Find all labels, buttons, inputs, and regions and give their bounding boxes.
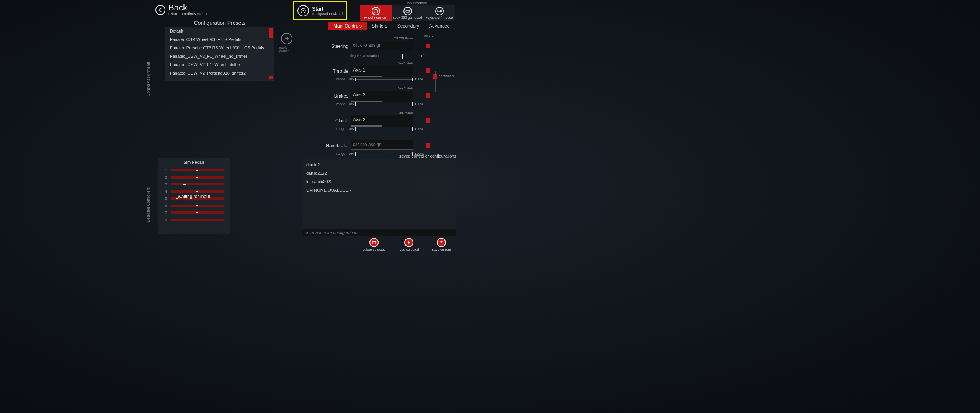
- axis-bar-4: [171, 190, 224, 193]
- presets-title: Configuration Presets: [160, 20, 279, 26]
- clutch-range-min: 0%: [349, 127, 354, 131]
- brakes-range-slider[interactable]: [355, 104, 413, 104]
- apply-arrow-icon: [281, 33, 292, 44]
- method-kbm-label: keyboard / mouse: [426, 16, 453, 20]
- saved-configs-title: saved controller configurations: [399, 154, 456, 158]
- load-label: load selected: [399, 248, 419, 252]
- axis-bar-2: [171, 176, 224, 179]
- main-controls-panel: invert TS-XW Racer Steering click to ass…: [319, 32, 456, 137]
- throttle-range-label: range: [336, 77, 345, 81]
- preset-item[interactable]: Default: [165, 27, 274, 35]
- back-subtitle: return to options menu: [168, 12, 207, 16]
- clutch-label: Clutch: [319, 118, 348, 124]
- throttle-range-max: 100%: [415, 77, 423, 81]
- svg-rect-6: [373, 241, 375, 244]
- preset-item[interactable]: Fanatec Porsche GT3 RS Wheel 900 + CS Pe…: [165, 44, 274, 52]
- steering-assign[interactable]: click to assign: [351, 41, 413, 50]
- deg-rotation-slider[interactable]: [381, 56, 415, 56]
- clutch-assign[interactable]: Axis 2: [351, 115, 413, 127]
- axis-bar-7: [171, 211, 224, 214]
- wizard-wheel-icon: [297, 5, 309, 16]
- throttle-range-min: 0%: [349, 77, 354, 81]
- clutch-range-label: range: [336, 127, 345, 131]
- svg-rect-3: [406, 10, 410, 12]
- clutch-device: Sim Pedals: [351, 111, 413, 115]
- control-assignments-label: Control Assignments: [146, 61, 150, 96]
- wheel-icon: [372, 7, 380, 15]
- deg-rotation-value: 900°: [417, 54, 425, 58]
- save-current-button[interactable]: save current: [432, 238, 451, 252]
- brakes-range-min: 0%: [349, 102, 354, 106]
- preset-item[interactable]: Fanatec_CSW_V2_F1_Wheel_shifter: [165, 60, 274, 69]
- saved-config-item[interactable]: UM NOME QUALQUER: [302, 186, 456, 194]
- handbrake-assign[interactable]: click to assign: [351, 140, 413, 150]
- brakes-range-label: range: [336, 102, 345, 106]
- control-tabs: Main Controls Shifters Secondary Advance…: [328, 22, 454, 30]
- save-icon: [437, 238, 446, 247]
- steering-label: Steering: [319, 44, 348, 49]
- throttle-device: Sim Pedals: [351, 62, 413, 65]
- apply-preset-button[interactable]: apply preset: [279, 33, 294, 53]
- apply-preset-label: apply preset: [279, 46, 294, 53]
- saved-configs-panel: danilo2 danilo2022 lut danilo2022 UM NOM…: [302, 159, 456, 229]
- start-wizard-button[interactable]: Start configuration wizard: [293, 1, 347, 20]
- handbrake-label: Handbrake: [319, 143, 348, 148]
- throttle-label: Throttle: [319, 68, 348, 74]
- tab-secondary[interactable]: Secondary: [392, 22, 424, 30]
- combined-label: combined: [439, 74, 454, 78]
- clutch-value: Axis 2: [351, 115, 413, 124]
- back-arrow-icon: [155, 5, 165, 15]
- axis-bar-5: [171, 197, 224, 200]
- delete-icon: [369, 238, 379, 247]
- throttle-invert-checkbox[interactable]: [426, 68, 430, 73]
- axis-bar-6: [171, 205, 224, 207]
- clutch-range-slider[interactable]: [355, 129, 413, 129]
- back-title: Back: [168, 3, 207, 12]
- preset-scrollbar-end[interactable]: [270, 76, 273, 79]
- input-method-wheel[interactable]: wheel / custom: [360, 5, 392, 21]
- preset-item[interactable]: Fanatec_CSW_V2_F1_Wheel_no_shifter: [165, 52, 274, 60]
- svg-point-5: [440, 10, 441, 12]
- preset-item[interactable]: Fanatec_CSW_V2_Porsche918_shifter2: [165, 69, 274, 77]
- gamepad-icon: [403, 7, 412, 15]
- saved-config-item[interactable]: danilo2022: [302, 169, 456, 177]
- clutch-invert-checkbox[interactable]: [426, 118, 430, 123]
- tab-shifters[interactable]: Shifters: [367, 22, 392, 30]
- brakes-invert-checkbox[interactable]: [426, 93, 430, 98]
- kbm-icon: [435, 7, 444, 15]
- brakes-device: Sim Pedals: [351, 86, 413, 90]
- deg-rotation-label: degrees of rotation: [336, 54, 379, 58]
- delete-selected-button[interactable]: delete selected: [363, 238, 386, 252]
- method-wheel-label: wheel / custom: [364, 16, 387, 20]
- saved-config-item[interactable]: lut danilo2022: [302, 177, 456, 186]
- start-subtitle: configuration wizard: [312, 12, 343, 16]
- load-selected-button[interactable]: load selected: [399, 238, 419, 252]
- throttle-range-slider[interactable]: [355, 79, 413, 80]
- handbrake-invert-checkbox[interactable]: [426, 143, 430, 148]
- detected-title: Sim Pedals: [158, 160, 230, 164]
- combined-checkbox[interactable]: [433, 74, 437, 79]
- back-button[interactable]: Back return to options menu: [155, 3, 207, 16]
- method-gamepad-label: xbox 360 gamepad: [393, 16, 422, 20]
- axis-bar-8: [171, 219, 224, 221]
- brakes-assign[interactable]: Axis 3: [351, 91, 413, 102]
- brakes-value: Axis 3: [351, 91, 413, 99]
- save-label: save current: [432, 248, 451, 252]
- steering-device: TS-XW Racer: [351, 37, 413, 40]
- start-title: Start: [312, 6, 343, 12]
- saved-config-item[interactable]: danilo2: [302, 161, 456, 169]
- tab-main-controls[interactable]: Main Controls: [328, 22, 367, 30]
- config-name-input[interactable]: [302, 229, 456, 236]
- preset-scrollbar-thumb[interactable]: [270, 28, 273, 38]
- tab-advanced[interactable]: Advanced: [424, 22, 454, 30]
- preset-item[interactable]: Fanatec CSR Wheel 900 + CS Pedals: [165, 35, 274, 44]
- input-method-label: input method: [394, 1, 440, 5]
- steering-placeholder: click to assign: [351, 41, 413, 49]
- input-method-gamepad[interactable]: xbox 360 gamepad: [392, 5, 423, 21]
- throttle-assign[interactable]: Axis 1: [351, 66, 413, 77]
- delete-label: delete selected: [363, 248, 386, 252]
- steering-invert-checkbox[interactable]: [426, 44, 430, 48]
- presets-panel: Default Fanatec CSR Wheel 900 + CS Pedal…: [165, 27, 274, 81]
- detected-panel: Sim Pedals 1 2 3 4 5 6 7 8 waiting for i…: [158, 158, 230, 234]
- input-method-kbm[interactable]: keyboard / mouse: [423, 5, 455, 21]
